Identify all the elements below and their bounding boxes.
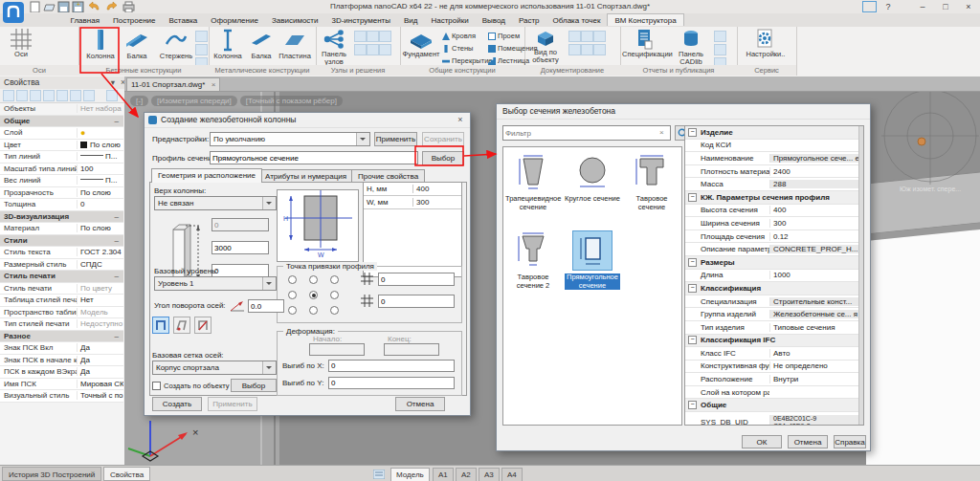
property-row[interactable]: Тип линий П... <box>0 151 123 164</box>
tab-other[interactable]: Прочие свойства <box>351 169 425 183</box>
list-item-rectangle-selected[interactable]: Прямоугольное сечение <box>565 231 620 290</box>
grid-row[interactable]: Описание параметров CONCRETE_PROF_H... <box>685 243 863 256</box>
settings-button[interactable]: Настройки.. <box>743 28 789 58</box>
apply-button[interactable]: Применить <box>374 132 417 146</box>
grid-row[interactable]: Ширина сечения 300 <box>685 217 863 230</box>
close-button[interactable]: × <box>961 1 976 12</box>
grid-row[interactable]: Общие <box>685 399 863 412</box>
profile-value-field[interactable] <box>210 151 418 164</box>
column-top-select[interactable]: Не связан <box>154 196 277 210</box>
grid-row[interactable]: Код КСИ <box>685 140 863 153</box>
tab-model[interactable]: Модель <box>390 468 430 481</box>
concrete-extra-buttons[interactable] <box>195 31 208 69</box>
select-tool-icon[interactable] <box>3 90 14 101</box>
create-by-object-checkbox[interactable] <box>152 382 161 390</box>
grid-row[interactable]: Класс IFC Авто <box>685 347 863 361</box>
list-item-tee[interactable]: Тавровое сечение <box>624 153 679 211</box>
anchor-radio-bc[interactable] <box>309 306 318 315</box>
grid-row[interactable]: Слой на котором распол... <box>685 386 863 400</box>
grid-row[interactable]: Конструктивная функция Не определено <box>685 361 863 374</box>
tab-properties[interactable]: Свойства <box>103 467 150 481</box>
create-dialog-close-icon[interactable]: × <box>453 114 468 126</box>
concrete-rod-button[interactable]: Стержень <box>155 28 197 60</box>
property-row[interactable]: Знак ПСК в начале коор... Да <box>0 355 123 367</box>
list-item-circle[interactable]: Круглое сечение <box>565 153 620 204</box>
tab-history-3d[interactable]: История 3D Построений <box>2 467 101 481</box>
property-row[interactable]: Слой ● <box>0 127 123 140</box>
axes-button[interactable]: Оси <box>2 28 40 58</box>
create-dialog-titlebar[interactable]: Создание железобетонной колонны × <box>145 113 470 128</box>
angle-field[interactable] <box>248 299 284 313</box>
choose-section-button[interactable]: Выбор <box>422 151 464 165</box>
list-item-tee2[interactable]: Тавровое сечение 2 <box>505 231 561 290</box>
grid-row[interactable]: Плотность материала 2400 <box>685 165 863 179</box>
anchor-radio-mr[interactable] <box>330 291 339 299</box>
tab-layout-a4[interactable]: A4 <box>501 468 523 481</box>
save-as-icon[interactable]: + <box>72 1 84 12</box>
property-row[interactable]: Толщина 0 <box>0 199 123 211</box>
anchor-radio-bl[interactable] <box>288 306 297 315</box>
tab-zavisimosti[interactable]: Зависимости <box>265 14 325 26</box>
property-row[interactable]: Стиль текста ГОСТ 2.304 <box>0 247 123 259</box>
property-row[interactable]: Стиль печати <box>0 271 123 283</box>
restore-button[interactable]: □ <box>938 1 953 12</box>
base-grid-select[interactable]: Корпус спортзала <box>152 361 277 375</box>
property-row[interactable]: Имя ПСК Мировая СК <box>0 379 123 391</box>
tab-glavnaya[interactable]: Главная <box>64 14 106 26</box>
doc-extra-buttons[interactable] <box>568 31 604 55</box>
nodes-panel-button[interactable]: Панель узлов <box>318 28 350 66</box>
select-dialog-titlebar[interactable]: Выбор сечения железобетона <box>497 104 870 120</box>
save-icon[interactable] <box>57 1 70 12</box>
grid-row[interactable]: SYS_DB_UID 0E4B2C01C-9 C3A-43E9-8... <box>685 412 863 426</box>
specifications-button[interactable]: Спецификации <box>622 28 668 58</box>
column-style-rotated-button[interactable] <box>194 317 212 334</box>
foundation-button[interactable]: Фундамент <box>402 28 440 58</box>
tab-layout-a3[interactable]: A3 <box>479 468 500 481</box>
copy-props-icon[interactable] <box>43 90 55 101</box>
column-height-field[interactable] <box>212 241 269 254</box>
print-icon[interactable] <box>122 1 135 12</box>
anchor-radio-br[interactable] <box>330 306 339 315</box>
tab-vm-konstruktor[interactable]: ВМ Конструктора <box>607 13 683 26</box>
property-row[interactable]: Стиль печати По цвету <box>0 283 123 295</box>
ok-button[interactable]: ОК <box>742 435 782 448</box>
metal-column-button[interactable]: Колонна <box>211 28 245 60</box>
grid-row[interactable]: Изделие <box>685 126 863 140</box>
grid-row[interactable]: КЖ. Параметры сечения профиля <box>685 191 863 205</box>
property-row[interactable]: Масштаб типа линий 100 <box>0 164 123 176</box>
sort-icon[interactable] <box>70 90 81 101</box>
quick-select-icon[interactable] <box>16 90 28 101</box>
concrete-column-button[interactable]: Колонна <box>82 28 119 60</box>
property-row[interactable]: Прозрачность По слою <box>0 187 123 200</box>
tab-vstavka[interactable]: Вставка <box>163 14 205 26</box>
grid-row[interactable]: Масса 288 <box>685 178 863 191</box>
grid-row[interactable]: Наименование Прямоугольное сече... е <box>685 152 863 165</box>
grid-row[interactable]: Высота сечения 400 <box>685 205 863 218</box>
list-item-trapezoid[interactable]: Трапециевидное сечение <box>505 153 561 211</box>
property-row[interactable]: Стили <box>0 235 123 248</box>
new-file-icon[interactable] <box>29 1 41 12</box>
grid-row[interactable]: Площадь сечения 0.12 <box>685 230 863 244</box>
tab-postroenie[interactable]: Построение <box>106 14 163 26</box>
tab-vyvod[interactable]: Вывод <box>476 14 512 26</box>
tab-oblaka-tochek[interactable]: Облака точек <box>546 14 608 26</box>
create-button[interactable]: Создать <box>152 397 202 411</box>
cadlib-panel-button[interactable]: Панель CADlib <box>672 28 710 66</box>
anchor-y-field[interactable] <box>378 295 455 308</box>
minimize-button[interactable]: – <box>915 1 930 12</box>
table-row[interactable]: Н, мм 400 <box>364 183 461 196</box>
grid-row[interactable]: Размеры <box>685 256 863 270</box>
concrete-beam-button[interactable]: Балка <box>121 28 153 60</box>
export-buttons[interactable] <box>714 31 726 69</box>
clear-filter-icon[interactable]: × <box>659 128 664 137</box>
bend-y-field[interactable] <box>328 377 455 389</box>
grid-row[interactable]: Длина 1000 <box>685 270 863 283</box>
property-row[interactable]: Общие <box>0 116 123 128</box>
bend-x-field[interactable] <box>328 360 455 372</box>
grid-row[interactable]: Специализация Строительные конст... <box>685 295 863 309</box>
property-row[interactable]: Знак ПСК Вкл Да <box>0 342 123 355</box>
property-row[interactable]: Пространство таблицы с... Модель <box>0 307 123 319</box>
column-style-inclined-button[interactable] <box>173 317 190 334</box>
presets-select[interactable]: По умолчанию <box>210 132 370 146</box>
base-level-select[interactable]: Уровень 1 <box>154 276 277 291</box>
